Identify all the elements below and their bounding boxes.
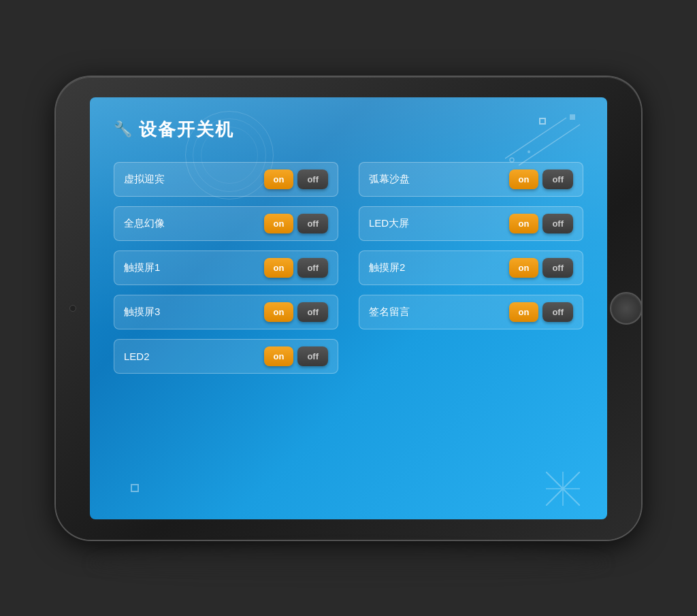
- svg-line-5: [546, 472, 580, 506]
- tablet-reflection: [90, 547, 607, 581]
- arc-sandbox-buttons: on off: [509, 169, 574, 189]
- signature-on-button[interactable]: on: [509, 302, 539, 322]
- virtual-welcome-off-button[interactable]: off: [297, 169, 328, 189]
- led2-on-button[interactable]: on: [264, 346, 294, 366]
- signature-off-button[interactable]: off: [542, 302, 573, 322]
- hologram-on-button[interactable]: on: [264, 214, 294, 233]
- led-screen-label: LED大屏: [369, 217, 502, 230]
- virtual-welcome-label: 虚拟迎宾: [124, 173, 257, 186]
- hologram-buttons: on off: [264, 214, 329, 233]
- touch-screen-3-on-button[interactable]: on: [264, 302, 294, 322]
- led2-off-button[interactable]: off: [297, 346, 328, 366]
- tablet-frame: 🔧 设备开关机 虚拟迎宾 on off 弧幕沙盘: [56, 77, 641, 540]
- page-header: 🔧 设备开关机: [114, 118, 583, 142]
- touch-screen-3-label: 触摸屏3: [124, 306, 257, 319]
- svg-line-6: [546, 472, 580, 506]
- control-virtual-welcome: 虚拟迎宾 on off: [114, 162, 338, 197]
- controls-grid: 虚拟迎宾 on off 弧幕沙盘 on off: [114, 162, 583, 374]
- touch-screen-1-buttons: on off: [264, 258, 329, 278]
- settings-icon: 🔧: [114, 120, 132, 138]
- arc-sandbox-off-button[interactable]: off: [542, 169, 573, 189]
- control-touch-screen-3: 触摸屏3 on off: [114, 295, 338, 329]
- tablet-device: 🔧 设备开关机 虚拟迎宾 on off 弧幕沙盘: [56, 77, 641, 540]
- page-title: 设备开关机: [139, 118, 234, 142]
- control-arc-sandbox: 弧幕沙盘 on off: [359, 162, 583, 197]
- touch-screen-1-on-button[interactable]: on: [264, 258, 294, 278]
- hologram-label: 全息幻像: [124, 217, 257, 230]
- led2-buttons: on off: [264, 346, 329, 366]
- control-led2: LED2 on off: [114, 339, 338, 374]
- signature-buttons: on off: [509, 302, 574, 322]
- touch-screen-2-off-button[interactable]: off: [542, 258, 573, 278]
- control-led-screen: LED大屏 on off: [359, 206, 583, 241]
- touch-screen-2-on-button[interactable]: on: [509, 258, 539, 278]
- control-hologram: 全息幻像 on off: [114, 206, 338, 241]
- touch-screen-2-buttons: on off: [509, 258, 574, 278]
- touch-screen-2-label: 触摸屏2: [369, 261, 502, 274]
- signature-label: 签名留言: [369, 306, 502, 319]
- touch-screen-1-label: 触摸屏1: [124, 261, 257, 274]
- virtual-welcome-on-button[interactable]: on: [264, 169, 294, 189]
- control-signature: 签名留言 on off: [359, 295, 583, 329]
- arc-sandbox-on-button[interactable]: on: [509, 169, 539, 189]
- deco-square-bottomleft: [131, 484, 139, 492]
- control-touch-screen-2: 触摸屏2 on off: [359, 250, 583, 285]
- led-screen-off-button[interactable]: off: [542, 214, 573, 233]
- hologram-off-button[interactable]: off: [297, 214, 328, 233]
- led-screen-buttons: on off: [509, 214, 574, 233]
- touch-screen-3-off-button[interactable]: off: [297, 302, 328, 322]
- led-screen-on-button[interactable]: on: [509, 214, 539, 233]
- screen-content: 🔧 设备开关机 虚拟迎宾 on off 弧幕沙盘: [114, 118, 583, 374]
- deco-x-bottomright: [546, 472, 580, 506]
- arc-sandbox-label: 弧幕沙盘: [369, 173, 502, 186]
- touch-screen-3-buttons: on off: [264, 302, 329, 322]
- touch-screen-1-off-button[interactable]: off: [297, 258, 328, 278]
- tablet-screen: 🔧 设备开关机 虚拟迎宾 on off 弧幕沙盘: [90, 97, 607, 519]
- virtual-welcome-buttons: on off: [264, 169, 329, 189]
- led2-label: LED2: [124, 351, 257, 362]
- control-touch-screen-1: 触摸屏1 on off: [114, 250, 338, 285]
